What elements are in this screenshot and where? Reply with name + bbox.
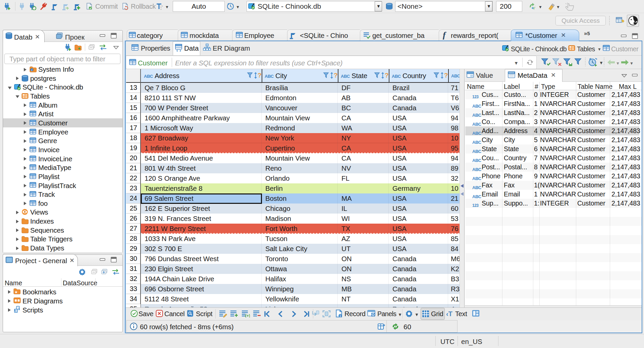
svg-text:i: i: [32, 68, 33, 72]
svg-text:i: i: [340, 314, 341, 318]
svg-text:(+): (+): [245, 313, 250, 317]
